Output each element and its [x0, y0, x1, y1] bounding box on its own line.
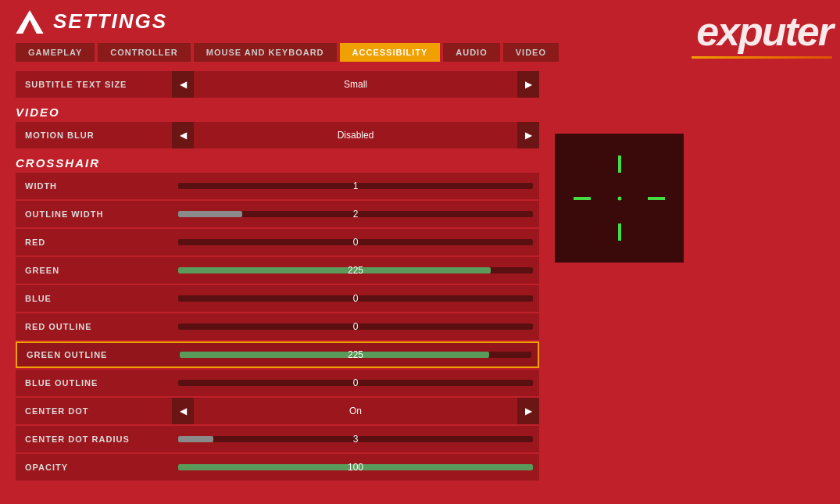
center-dot-radius-track[interactable]: 3 — [178, 436, 533, 442]
brand-underline — [692, 56, 832, 59]
red-value: 0 — [178, 237, 533, 248]
red-outline-value: 0 — [178, 321, 533, 332]
green-control: 225 — [172, 257, 539, 284]
outline-width-control: 2 — [172, 201, 539, 227]
crosshair-bottom — [618, 223, 621, 241]
blue-track[interactable]: 0 — [178, 295, 533, 302]
center-dot-arrow-control: ◀ On ▶ — [172, 398, 539, 424]
subtitle-text-size-label: SUBTITLE TEXT SIZE — [16, 80, 172, 89]
tab-accessibility[interactable]: ACCESSIBILITY — [340, 43, 441, 62]
crosshair-center — [617, 196, 621, 200]
main-content: SUBTITLE TEXT SIZE ◀ Small ▶ VIDEO MOTIO… — [0, 71, 840, 482]
tab-gameplay[interactable]: GAMEPLAY — [16, 43, 95, 62]
center-dot-next-button[interactable]: ▶ — [517, 398, 539, 424]
blue-outline-control: 0 — [172, 370, 539, 396]
green-track[interactable]: 225 — [178, 267, 533, 273]
center-dot-row: CENTER DOT ◀ On ▶ — [16, 398, 539, 424]
tab-mouse-keyboard[interactable]: MOUSE AND KEYBOARD — [194, 43, 337, 62]
subtitle-prev-button[interactable]: ◀ — [172, 71, 194, 98]
outline-width-track[interactable]: 2 — [178, 211, 533, 217]
center-dot-prev-button[interactable]: ◀ — [172, 398, 194, 424]
outline-width-row: OUTLINE WIDTH 2 — [16, 201, 539, 227]
center-dot-control: ◀ On ▶ — [172, 398, 539, 424]
green-outline-value: 225 — [180, 349, 531, 360]
opacity-label: OPACITY — [16, 463, 172, 472]
motion-blur-arrow-control: ◀ Disabled ▶ — [172, 122, 539, 148]
red-label: RED — [16, 238, 172, 247]
blue-outline-value: 0 — [178, 377, 533, 388]
opacity-control: 100 — [172, 454, 539, 481]
green-outline-label: GREEN OUTLINE — [17, 350, 173, 359]
red-outline-control: 0 — [172, 313, 539, 340]
settings-panel: SUBTITLE TEXT SIZE ◀ Small ▶ VIDEO MOTIO… — [16, 71, 539, 482]
green-outline-row: GREEN OUTLINE 225 — [16, 341, 539, 368]
center-dot-radius-row: CENTER DOT RADIUS 3 — [16, 426, 539, 452]
width-label: WIDTH — [16, 181, 172, 191]
crosshair-preview — [555, 134, 684, 263]
subtitle-next-button[interactable]: ▶ — [517, 71, 539, 98]
green-label: GREEN — [16, 266, 172, 275]
center-dot-radius-label: CENTER DOT RADIUS — [16, 434, 172, 444]
brand-watermark: exputer — [543, 8, 840, 55]
width-control: 1 — [172, 173, 539, 199]
red-control: 0 — [172, 229, 539, 256]
motion-blur-row: MOTION BLUR ◀ Disabled ▶ — [16, 122, 539, 148]
motion-blur-control: ◀ Disabled ▶ — [172, 122, 539, 148]
video-section-label: VIDEO — [16, 99, 539, 122]
tab-audio[interactable]: AUDIO — [443, 43, 499, 62]
red-outline-track[interactable]: 0 — [178, 323, 533, 330]
tab-controller[interactable]: CONTROLLER — [98, 43, 190, 62]
opacity-value: 100 — [178, 462, 533, 473]
subtitle-text-size-row: SUBTITLE TEXT SIZE ◀ Small ▶ — [16, 71, 539, 98]
green-outline-control: 225 — [173, 343, 538, 366]
subtitle-value: Small — [194, 79, 517, 90]
width-value: 1 — [178, 181, 533, 191]
opacity-row: OPACITY 100 — [16, 454, 539, 481]
crosshair-section-label: CROSSHAIR — [16, 150, 539, 173]
motion-blur-value: Disabled — [194, 130, 517, 141]
green-row: GREEN 225 — [16, 257, 539, 284]
outline-width-value: 2 — [178, 209, 533, 220]
subtitle-arrow-control: ◀ Small ▶ — [172, 71, 539, 98]
blue-label: BLUE — [16, 294, 172, 303]
motion-blur-label: MOTION BLUR — [16, 130, 172, 140]
green-value: 225 — [178, 265, 533, 276]
width-track[interactable]: 1 — [178, 183, 533, 189]
blue-control: 0 — [172, 285, 539, 312]
center-dot-radius-control: 3 — [172, 426, 539, 452]
center-dot-radius-value: 3 — [178, 434, 533, 445]
motion-blur-next-button[interactable]: ▶ — [517, 122, 539, 148]
crosshair-right — [648, 197, 665, 200]
red-outline-label: RED OUTLINE — [16, 322, 172, 331]
logo-icon — [16, 10, 44, 34]
blue-value: 0 — [178, 293, 533, 304]
green-outline-track[interactable]: 225 — [180, 352, 531, 358]
red-row: RED 0 — [16, 229, 539, 256]
page-title: SETTINGS — [53, 9, 167, 34]
crosshair-top — [618, 155, 621, 173]
outline-width-label: OUTLINE WIDTH — [16, 209, 172, 219]
width-row: WIDTH 1 — [16, 173, 539, 199]
red-track[interactable]: 0 — [178, 239, 533, 245]
center-dot-label: CENTER DOT — [16, 406, 172, 416]
center-dot-value: On — [194, 406, 517, 416]
blue-outline-row: BLUE OUTLINE 0 — [16, 370, 539, 396]
motion-blur-prev-button[interactable]: ◀ — [172, 122, 194, 148]
subtitle-text-size-control: ◀ Small ▶ — [172, 71, 539, 98]
blue-outline-track[interactable]: 0 — [178, 380, 533, 386]
opacity-track[interactable]: 100 — [178, 464, 533, 470]
red-outline-row: RED OUTLINE 0 — [16, 313, 539, 340]
blue-row: BLUE 0 — [16, 285, 539, 312]
crosshair-left — [574, 197, 591, 200]
blue-outline-label: BLUE OUTLINE — [16, 378, 172, 388]
svg-marker-0 — [16, 10, 43, 34]
